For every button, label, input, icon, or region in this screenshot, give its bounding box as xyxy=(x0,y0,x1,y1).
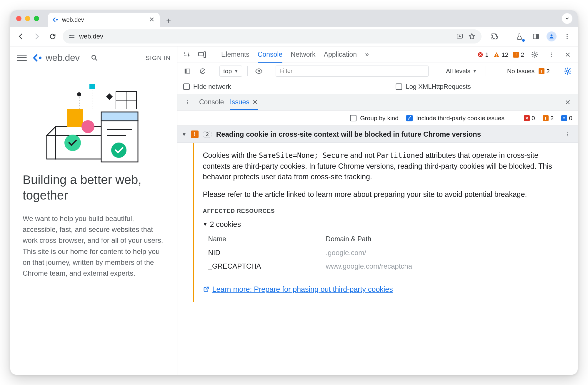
issue-severity-icon: ! xyxy=(191,130,199,138)
svg-rect-16 xyxy=(67,109,83,127)
back-button[interactable] xyxy=(15,31,27,42)
chrome-menu-icon[interactable] xyxy=(561,31,573,42)
svg-rect-37 xyxy=(496,56,497,56)
affected-resources-heading: AFFECTED RESOURCES xyxy=(203,207,566,215)
svg-rect-34 xyxy=(204,52,206,58)
devtools-settings-icon[interactable] xyxy=(529,49,541,61)
url-text: web.dev xyxy=(79,33,103,40)
svg-point-39 xyxy=(551,52,552,53)
svg-point-51 xyxy=(567,134,568,135)
page-intro-text: We want to help you build beautiful, acc… xyxy=(23,213,165,279)
profile-avatar[interactable] xyxy=(547,31,557,41)
inspect-element-icon[interactable] xyxy=(181,49,193,61)
extensions-icon[interactable] xyxy=(489,31,500,42)
svg-point-45 xyxy=(258,70,260,72)
forward-button[interactable] xyxy=(31,31,43,42)
svg-point-41 xyxy=(551,56,552,57)
issues-kind-errors-badge[interactable]: ✕0 xyxy=(524,115,535,122)
external-link-icon xyxy=(203,286,209,292)
fullscreen-window-button[interactable] xyxy=(34,16,39,21)
drawer-close-icon[interactable] xyxy=(562,96,574,108)
include-3p-cookie-checkbox[interactable]: ✓Include third-party cookie issues xyxy=(406,115,504,122)
tab-console[interactable]: Console xyxy=(258,46,282,63)
webpage-panel: web.dev SIGN IN xyxy=(10,46,177,375)
close-tab-icon[interactable]: ✕ xyxy=(149,16,154,24)
tab-strip: web.dev ✕ ＋ xyxy=(10,10,578,27)
browser-tab[interactable]: web.dev ✕ xyxy=(48,13,160,27)
drawer-tab-issues[interactable]: Issues✕ xyxy=(230,94,257,110)
separator xyxy=(507,32,507,41)
console-filter-input[interactable] xyxy=(276,66,429,77)
sign-in-link[interactable]: SIGN IN xyxy=(146,54,171,61)
labs-icon[interactable] xyxy=(514,31,525,42)
hide-network-checkbox[interactable]: Hide network xyxy=(183,83,231,91)
clear-console-icon[interactable] xyxy=(197,65,209,77)
table-row: _GRECAPTCHAwww.google.com/recaptcha xyxy=(208,260,424,273)
install-app-icon[interactable] xyxy=(456,33,463,40)
tab-application[interactable]: Application xyxy=(324,46,357,63)
svg-point-47 xyxy=(187,100,188,101)
address-bar[interactable]: web.dev xyxy=(63,29,482,43)
error-count-badge[interactable]: 1 xyxy=(477,51,489,58)
issues-count-badge[interactable]: !2 xyxy=(513,51,524,58)
issue-row-header[interactable]: ▼ ! 2 Reading cookie in cross-site conte… xyxy=(177,126,578,143)
svg-point-38 xyxy=(534,53,536,56)
console-sidebar-toggle-icon[interactable] xyxy=(181,65,193,77)
svg-point-17 xyxy=(81,120,94,133)
reload-button[interactable] xyxy=(47,31,59,42)
issues-badge-inline[interactable]: !2 xyxy=(539,68,550,75)
svg-point-6 xyxy=(551,34,553,36)
issue-paragraph-1: Cookies with the SameSite=None; Secure a… xyxy=(203,150,566,182)
new-tab-button[interactable]: ＋ xyxy=(162,14,175,27)
svg-point-50 xyxy=(567,132,568,133)
svg-point-7 xyxy=(567,34,568,35)
group-by-kind-checkbox[interactable]: Group by kind xyxy=(350,115,399,122)
table-row: NID.google.com/ xyxy=(208,246,424,260)
more-tabs-icon[interactable]: » xyxy=(365,46,369,63)
log-levels-selector[interactable]: All levels ▼ xyxy=(442,66,480,77)
drawer-menu-icon[interactable] xyxy=(181,96,193,108)
svg-point-18 xyxy=(64,135,81,151)
tab-network[interactable]: Network xyxy=(291,46,315,63)
expand-issue-icon[interactable]: ▼ xyxy=(181,131,187,138)
tab-elements[interactable]: Elements xyxy=(221,46,249,63)
issues-kind-info-badge[interactable]: ≡0 xyxy=(561,115,572,122)
hero-illustration xyxy=(38,81,150,163)
device-toolbar-icon[interactable] xyxy=(196,49,208,61)
devtools-dock-icon[interactable] xyxy=(530,31,542,42)
issue-menu-icon[interactable] xyxy=(562,128,574,140)
console-settings-icon[interactable] xyxy=(562,65,574,77)
devtools-close-icon[interactable] xyxy=(562,49,574,61)
bookmark-star-icon[interactable] xyxy=(468,33,476,40)
svg-point-10 xyxy=(39,56,41,59)
svg-rect-33 xyxy=(199,52,203,56)
drawer-tab-console[interactable]: Console xyxy=(199,94,224,110)
context-selector[interactable]: top ▼ xyxy=(219,66,242,77)
svg-point-23 xyxy=(111,143,126,158)
log-xhr-checkbox[interactable]: Log XMLHttpRequests xyxy=(396,83,471,91)
site-settings-icon[interactable] xyxy=(69,33,75,40)
window-controls xyxy=(14,10,46,27)
minimize-window-button[interactable] xyxy=(25,16,30,21)
warning-count-badge[interactable]: 12 xyxy=(493,51,508,58)
close-window-button[interactable] xyxy=(16,16,21,21)
search-icon[interactable] xyxy=(89,52,100,64)
webdev-logo[interactable]: web.dev xyxy=(33,52,80,63)
close-issues-tab-icon[interactable]: ✕ xyxy=(252,98,258,106)
cookies-summary-toggle[interactable]: ▼2 cookies xyxy=(203,219,566,230)
issues-kind-warnings-badge[interactable]: !2 xyxy=(543,115,554,122)
learn-more-link[interactable]: Learn more: Prepare for phasing out thir… xyxy=(212,284,393,294)
svg-rect-24 xyxy=(89,84,95,89)
tab-overflow-button[interactable] xyxy=(562,13,572,24)
svg-point-52 xyxy=(567,135,568,136)
devtools-menu-icon[interactable] xyxy=(545,49,557,61)
svg-point-48 xyxy=(187,102,188,103)
issue-count-pill: 2 xyxy=(203,131,212,138)
hamburger-menu-icon[interactable] xyxy=(17,55,27,61)
svg-point-0 xyxy=(56,19,58,21)
svg-rect-43 xyxy=(185,69,187,73)
live-expression-icon[interactable] xyxy=(253,65,265,77)
webdev-favicon xyxy=(52,16,59,23)
svg-rect-20 xyxy=(101,112,138,121)
svg-point-9 xyxy=(567,38,568,39)
